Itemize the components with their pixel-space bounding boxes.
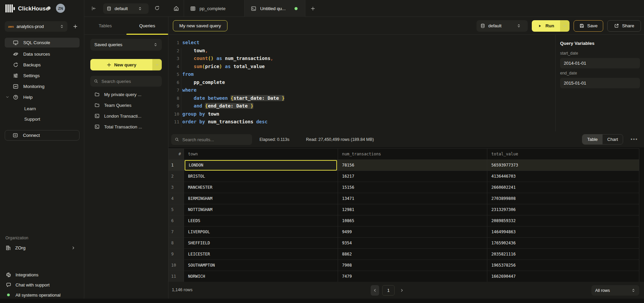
new-query-caret[interactable] (152, 59, 162, 70)
cell-town[interactable]: BRISTOL (184, 171, 338, 182)
view-tab-table[interactable]: Table (582, 134, 603, 144)
cell-town[interactable]: SOUTHAMPTON (184, 260, 338, 271)
tab-pp-complete[interactable]: pp_complete (184, 0, 245, 17)
home-button[interactable] (168, 0, 184, 17)
cell-town[interactable]: SHEFFIELD (184, 238, 338, 248)
updown-icon (631, 288, 636, 293)
cell-nt[interactable]: 10865 (338, 215, 487, 226)
run-button[interactable]: Run (532, 20, 570, 32)
saved-query-team-queries[interactable]: Team Queries (90, 100, 162, 111)
cell-town[interactable]: LIVERPOOL (184, 226, 338, 237)
sidebar-item-backups[interactable]: Backups (5, 60, 80, 69)
column-header-row-number[interactable]: # (168, 149, 184, 159)
code-line-11: order by num_transactions desc (182, 118, 284, 126)
column-header-town[interactable]: town (184, 149, 338, 159)
sidebar-footer-chat-with-support[interactable]: Chat with support (5, 280, 80, 290)
run-options-caret[interactable] (560, 20, 570, 32)
cell-town[interactable]: LEEDS (184, 215, 338, 226)
cell-nt[interactable]: 7908 (338, 260, 487, 271)
page-size-select[interactable]: All rows (591, 285, 639, 296)
cell-town[interactable]: NOTTINGHAM (184, 204, 338, 215)
query-icon (94, 124, 100, 129)
share-icon (614, 23, 619, 28)
cell-nt[interactable]: 15156 (338, 182, 487, 193)
cell-tv[interactable]: 4136446703 (487, 171, 639, 182)
cell-tv[interactable]: 2660602241 (487, 182, 639, 193)
more-options-icon[interactable]: ••• (631, 136, 638, 142)
tab-tables[interactable]: Tables (84, 17, 126, 34)
backups-icon (13, 62, 19, 68)
cell-nt[interactable]: 7479 (338, 271, 487, 282)
cell-nt[interactable]: 78156 (338, 160, 487, 171)
sidebar-subitem-learn[interactable]: Learn (5, 103, 80, 114)
cell-tv[interactable]: 2035821116 (487, 249, 639, 260)
saved-query-pill[interactable]: My new saved query (173, 20, 227, 31)
next-page-button[interactable] (398, 285, 406, 296)
sql-editor[interactable]: 1234567891011 select town, count() as nu… (168, 35, 555, 131)
folder-icon (94, 102, 100, 108)
cell-nt[interactable]: 12981 (338, 204, 487, 215)
cell-town[interactable]: BIRMINGHAM (184, 193, 338, 204)
run-database-select[interactable]: default (477, 20, 528, 32)
app-logo[interactable]: ClickHouse (5, 3, 49, 13)
cell-tv[interactable]: 1662690447 (487, 271, 639, 282)
saved-query-my-private-query[interactable]: My private query ... (90, 89, 162, 100)
connect-button[interactable]: Connect (5, 130, 80, 141)
chevron-right-icon (71, 246, 75, 250)
prev-page-button[interactable] (371, 285, 379, 296)
variable-input-start-date[interactable]: 2014-01-01 (560, 58, 640, 68)
play-icon (538, 24, 542, 28)
share-button[interactable]: Share (607, 20, 641, 32)
page-number[interactable]: 1 (382, 285, 395, 296)
database-select[interactable]: default (103, 3, 149, 14)
saved-query-total-transaction[interactable]: Total Transaction ... (90, 121, 162, 132)
cell-nt[interactable]: 9354 (338, 238, 487, 248)
sidebar-item-settings[interactable]: Settings (5, 71, 80, 80)
column-header-num-transactions[interactable]: num_transactions (338, 149, 487, 159)
sql-code[interactable]: select town, count() as num_transactions… (182, 39, 284, 126)
cell-tv[interactable]: 56593977373 (487, 160, 639, 171)
organization-item[interactable]: ZOrg (5, 245, 80, 251)
cell-town[interactable]: LONDON (184, 160, 338, 171)
sidebar-footer-integrations[interactable]: Integrations (5, 270, 80, 280)
saved-queries-select[interactable]: Saved queries (90, 39, 162, 51)
cell-tv[interactable]: 1765902436 (487, 238, 639, 248)
add-workspace-button[interactable] (73, 24, 78, 29)
search-queries-input[interactable]: Search queries (90, 76, 162, 87)
cell-nt[interactable]: 9499 (338, 226, 487, 237)
cell-town[interactable]: MANCHESTER (184, 182, 338, 193)
cell-town[interactable]: NORWICH (184, 271, 338, 282)
view-tab-chart[interactable]: Chart (603, 134, 623, 144)
cell-town[interactable]: LEICESTER (184, 249, 338, 260)
sidebar-item-monitoring[interactable]: Monitoring (5, 82, 80, 91)
variable-input-end-date[interactable]: 2015-01-01 (560, 78, 640, 88)
new-tab-button[interactable] (305, 0, 320, 17)
cell-tv[interactable]: 1464994863 (487, 226, 639, 237)
saved-query-london-transacti[interactable]: London Transacti... (90, 111, 162, 121)
cell-nt[interactable]: 8862 (338, 249, 487, 260)
status-dot (5, 294, 11, 296)
tab-queries[interactable]: Queries (126, 17, 168, 34)
cell-tv[interactable]: 2089859332 (487, 215, 639, 226)
search-results-input[interactable]: Search results... (171, 134, 252, 145)
new-query-button[interactable]: New query (90, 59, 162, 70)
save-button[interactable]: Save (574, 20, 603, 32)
sidebar-item-data-sources[interactable]: Data sources (5, 50, 80, 58)
tab-untitled-query[interactable]: Untitled qu... (245, 0, 305, 17)
sidebar-subitem-support[interactable]: Support (5, 114, 80, 124)
cell-nt[interactable]: 13471 (338, 193, 487, 204)
column-header-total-value[interactable]: total_value (487, 149, 639, 159)
cell-tv[interactable]: 2703899808 (487, 193, 639, 204)
cell-tv[interactable]: 1965378256 (487, 260, 639, 271)
organization-name: ZOrg (15, 245, 71, 250)
avatar[interactable]: ZN (56, 4, 65, 13)
workspace-select[interactable]: aws analytics-prod (5, 21, 67, 32)
collapse-sidebar-icon[interactable] (91, 6, 96, 11)
cell-tv[interactable]: 2313297306 (487, 204, 639, 215)
chevron-left-icon (373, 288, 377, 293)
refresh-icon[interactable] (154, 5, 160, 11)
cell-nt[interactable]: 16217 (338, 171, 487, 182)
updown-icon (517, 24, 521, 28)
sidebar-item-sql-console[interactable]: SQL Console (5, 38, 80, 48)
sidebar-item-help[interactable]: Help (5, 93, 80, 101)
